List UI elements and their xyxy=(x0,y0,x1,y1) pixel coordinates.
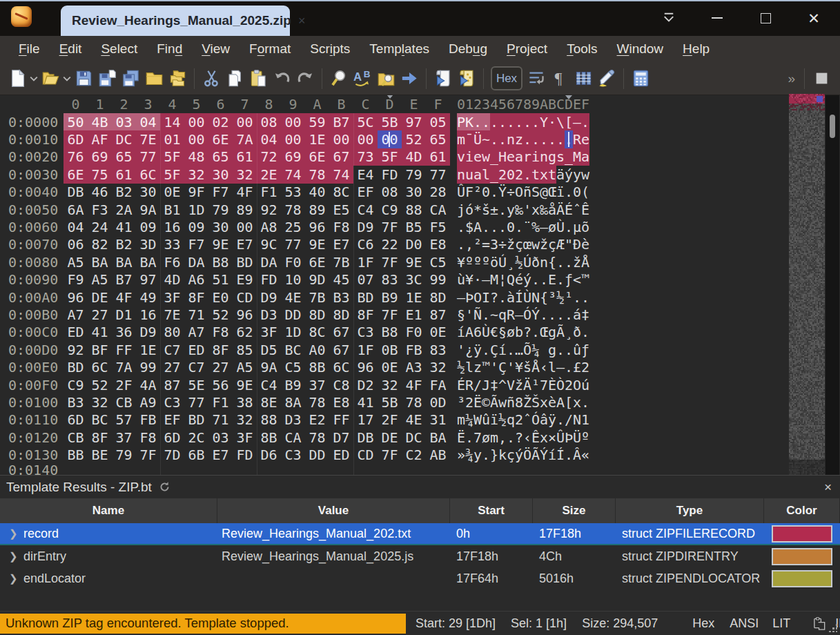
ascii-char-cell[interactable]: e xyxy=(581,130,589,148)
hex-byte-cell[interactable]: BE xyxy=(88,446,112,463)
hex-byte-cell[interactable]: C7 xyxy=(160,341,184,358)
ascii-char-cell[interactable]: ³ xyxy=(548,289,556,306)
ascii-char-cell[interactable]: 0 xyxy=(573,184,581,201)
ascii-char-cell[interactable]: _ xyxy=(490,166,498,183)
hex-byte-cell[interactable]: 4E xyxy=(402,411,426,429)
hex-byte-cell[interactable]: 6E xyxy=(64,166,88,183)
hex-byte-cell[interactable]: FF xyxy=(112,341,136,358)
hex-byte-cell[interactable]: 96 xyxy=(233,306,257,323)
ascii-char-cell[interactable]: Í xyxy=(515,289,523,306)
hex-byte-cell[interactable]: 79 xyxy=(402,166,426,183)
folder-icon[interactable] xyxy=(142,66,166,92)
hex-byte-cell[interactable]: 4A xyxy=(136,376,160,393)
hex-byte-cell[interactable]: 62 xyxy=(233,324,257,341)
hex-byte-cell[interactable]: F6 xyxy=(160,253,184,271)
paste-icon[interactable] xyxy=(246,66,270,92)
ascii-char-cell[interactable]: Q xyxy=(507,271,515,289)
hex-byte-cell[interactable]: 40 xyxy=(305,184,329,201)
ascii-char-cell[interactable]: ¦ xyxy=(498,271,507,289)
ascii-char-cell[interactable]: ± xyxy=(490,201,498,218)
status-endian-toggle[interactable]: LIT xyxy=(772,616,790,631)
ascii-char-cell[interactable]: ( xyxy=(581,184,589,201)
ascii-char-cell[interactable]: * xyxy=(473,201,482,218)
hex-byte-cell[interactable]: 7D xyxy=(160,446,184,463)
ascii-char-cell[interactable]: \ xyxy=(556,113,565,130)
hex-byte-cell[interactable]: 04 xyxy=(136,113,160,130)
hex-byte-cell[interactable]: 49 xyxy=(136,289,160,306)
ascii-char-cell[interactable]: » xyxy=(457,446,465,463)
hex-byte-cell[interactable]: 41 xyxy=(353,393,378,411)
hex-byte-cell[interactable]: 5F xyxy=(160,166,184,183)
hex-byte-cell[interactable]: 30 xyxy=(402,184,426,201)
hex-byte-cell[interactable]: B7 xyxy=(329,113,353,130)
hex-byte-cell[interactable]: C5 xyxy=(281,358,305,375)
hex-byte-cell[interactable]: 28 xyxy=(426,184,450,201)
hex-byte-cell[interactable]: 61 xyxy=(426,148,450,166)
hex-byte-cell[interactable]: 4D xyxy=(160,271,184,289)
ascii-char-cell[interactable]: . xyxy=(515,113,523,130)
ascii-char-cell[interactable]: Ä xyxy=(523,376,531,393)
menu-window[interactable]: Window xyxy=(607,39,674,59)
ascii-char-cell[interactable]: í xyxy=(498,341,507,358)
ascii-char-cell[interactable]: . xyxy=(490,130,498,148)
hex-byte-cell[interactable]: 00 xyxy=(281,113,305,130)
status-start[interactable]: Start: 29 [1Dh] xyxy=(416,616,496,631)
hex-byte-cell[interactable]: D3 xyxy=(281,411,305,429)
ascii-char-cell[interactable]: . xyxy=(565,341,573,358)
ascii-char-cell[interactable]: ÷ xyxy=(507,184,515,201)
hex-byte-cell[interactable]: DC xyxy=(402,429,426,446)
ascii-char-cell[interactable]: ç xyxy=(507,446,515,463)
hex-byte-cell[interactable]: 74 xyxy=(281,166,305,183)
hex-byte-cell[interactable]: 0E xyxy=(160,184,184,201)
hex-byte-cell[interactable]: DD xyxy=(281,306,305,323)
ascii-char-cell[interactable]: i xyxy=(531,148,540,166)
hex-byte-cell[interactable]: 6C xyxy=(329,358,353,375)
hex-byte-cell[interactable]: A8 xyxy=(257,218,281,235)
hex-byte-cell[interactable]: 8F xyxy=(353,306,378,323)
ascii-char-cell[interactable]: . xyxy=(556,271,565,289)
expand-chevron-icon[interactable]: ❯ xyxy=(9,527,18,540)
hex-byte-cell[interactable]: B9 xyxy=(378,289,402,306)
hex-byte-cell[interactable]: 25 xyxy=(281,218,305,235)
hex-byte-cell[interactable]: A7 xyxy=(64,306,88,323)
hex-byte-cell[interactable]: 57 xyxy=(112,411,136,429)
hex-byte-cell[interactable]: CA xyxy=(281,429,305,446)
ascii-char-cell[interactable]: [ xyxy=(565,393,573,411)
tab-close-icon[interactable]: × xyxy=(298,14,306,27)
hex-byte-cell[interactable]: 6E xyxy=(208,130,233,148)
ascii-char-cell[interactable] xyxy=(540,341,548,358)
hex-byte-cell[interactable]: FD xyxy=(257,271,281,289)
template-row-endLocator[interactable]: ❯endLocator17F64h5016hstruct ZIPENDLOCAT… xyxy=(0,567,840,589)
ascii-char-cell[interactable]: Ú xyxy=(523,253,531,271)
ascii-char-cell[interactable]: . xyxy=(581,324,589,341)
scrollbar-thumb[interactable] xyxy=(830,115,835,138)
color-swatch[interactable] xyxy=(772,548,832,565)
hex-byte-cell[interactable]: B5 xyxy=(402,218,426,235)
hex-byte-cell[interactable]: 78 xyxy=(305,393,329,411)
ascii-char-cell[interactable]: 2 xyxy=(581,358,589,375)
hex-byte-cell[interactable]: 61 xyxy=(112,166,136,183)
hex-byte-cell[interactable]: 99 xyxy=(136,358,160,375)
menu-view[interactable]: View xyxy=(192,39,240,59)
ascii-char-cell[interactable]: º xyxy=(581,429,589,446)
hex-byte-cell[interactable]: 87 xyxy=(160,376,184,393)
ascii-char-cell[interactable]: £ xyxy=(573,358,581,375)
hex-byte-cell[interactable]: 32 xyxy=(88,393,112,411)
hex-byte-cell[interactable]: DB xyxy=(353,429,378,446)
ascii-char-cell[interactable]: 1 xyxy=(581,411,589,429)
hex-byte-cell[interactable]: 6B xyxy=(184,446,208,463)
hex-byte-cell[interactable]: CD xyxy=(353,446,378,463)
ascii-char-cell[interactable]: Y xyxy=(540,113,548,130)
ascii-char-cell[interactable]: . xyxy=(498,113,507,130)
ascii-char-cell[interactable]: . xyxy=(556,130,565,148)
ascii-char-cell[interactable]: 6 xyxy=(473,324,482,341)
ascii-char-cell[interactable]: . xyxy=(548,130,556,148)
ascii-char-cell[interactable]: . xyxy=(540,306,548,323)
hex-byte-cell[interactable]: 2F xyxy=(378,411,402,429)
hex-byte-cell[interactable]: C9 xyxy=(378,201,402,218)
ascii-char-cell[interactable]: ¹ xyxy=(531,376,540,393)
ascii-char-cell[interactable]: ø xyxy=(507,324,515,341)
ascii-char-cell[interactable]: w xyxy=(498,393,507,411)
ascii-char-cell[interactable]: è xyxy=(581,236,589,253)
copy-icon[interactable] xyxy=(223,66,246,92)
